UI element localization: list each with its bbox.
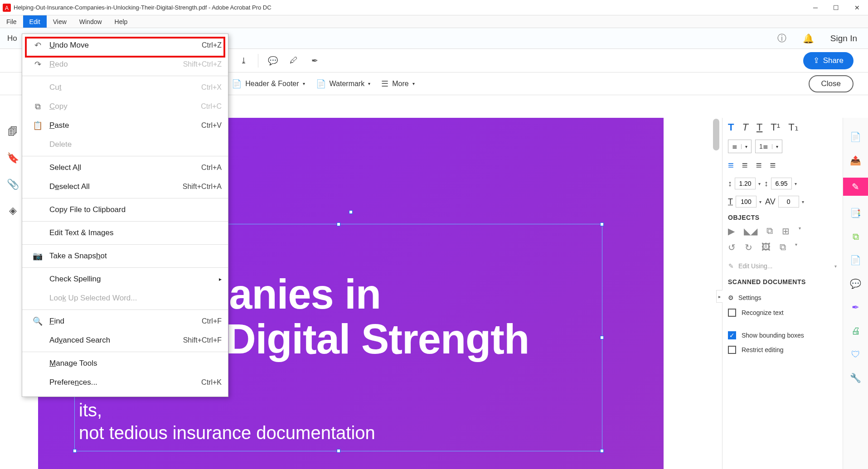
maximize-button[interactable]: ☐ [833,4,839,11]
align-justify-icon[interactable]: ≡ [770,160,776,171]
bookmark-icon[interactable]: 🔖 [7,152,19,164]
copy-icon: ⧉ [31,102,44,111]
snapshot-menu-item[interactable]: 📷Take a Snapshot [22,247,228,266]
send-comments-icon[interactable]: 📄 [849,254,862,266]
advanced-search-menu-item[interactable]: Advanced SearchShift+Ctrl+F [22,331,228,350]
header-footer-button[interactable]: 📄Header & Footer▾ [232,79,305,89]
recognize-text-checkbox[interactable]: Recognize text [728,305,837,320]
selection-handle[interactable] [337,449,340,453]
preferences-menu-item[interactable]: Preferences...Ctrl+K [22,373,228,392]
checkbox-checked-icon: ✓ [728,331,736,339]
selection-handle[interactable] [600,449,604,453]
italic-icon[interactable]: T [742,121,748,133]
organize-icon[interactable]: ⧉ [849,230,862,243]
layers-icon[interactable]: ◈ [9,205,17,217]
edit-pdf-icon[interactable]: ✎ [843,178,868,196]
arrange-icon[interactable]: ⧉ [780,242,786,253]
sign-in-button[interactable]: Sign In [830,34,857,44]
export-pdf-icon[interactable]: 📤 [849,154,862,167]
objects-tool-row-2: ↺ ↻ 🖼 ⧉▾ [728,242,837,253]
align-center-icon[interactable]: ≡ [742,160,748,171]
deselect-all-menu-item[interactable]: Deselect AllShift+Ctrl+A [22,177,228,196]
font-size-field[interactable]: T▾ [728,196,761,208]
combine-icon[interactable]: 📑 [849,207,862,219]
share-button[interactable]: ⇪ Share [803,52,853,69]
bold-icon[interactable]: T [728,121,734,133]
selection-handle[interactable] [600,336,604,339]
comment-tool-icon[interactable]: 💬 [849,277,862,290]
watermark-button[interactable]: 📄Watermark▾ [316,79,371,89]
flip-v-icon[interactable]: ◣◢ [744,226,757,237]
menu-edit[interactable]: Edit [23,15,47,28]
help-icon[interactable]: ⓘ [777,32,786,44]
edit-using-dropdown[interactable]: ✎ Edit Using... ▾ [728,258,837,274]
delete-menu-item: Delete [22,135,228,154]
manage-tools-menu-item[interactable]: Manage Tools [22,354,228,373]
selection-handle[interactable] [337,222,340,226]
menu-help[interactable]: Help [108,15,134,28]
collapse-panel-icon[interactable]: ▸ [716,290,723,303]
comment-icon[interactable]: 💬 [267,54,279,67]
print-icon[interactable]: 🖨 [849,324,862,337]
menu-window[interactable]: Window [73,15,108,28]
line-spacing-field[interactable]: ↕▾ [728,178,761,189]
edit-text-images-menu-item[interactable]: Edit Text & Images [22,223,228,242]
minimize-button[interactable]: ─ [813,4,818,11]
align-right-icon[interactable]: ≡ [756,160,762,171]
align-left-icon[interactable]: ≡ [728,160,734,171]
subscript-icon[interactable]: T₁ [788,121,798,133]
underline-icon[interactable]: T [756,121,762,133]
paragraph-spacing-field[interactable]: ↕▾ [764,178,797,189]
edit-menu-dropdown: ↶ UUndo Movendo Move Ctrl+Z ↷ Redo Shift… [22,34,228,397]
close-edit-button[interactable]: Close [809,75,853,92]
flip-h-icon[interactable]: ▶ [728,226,735,237]
kerning-field[interactable]: AV▾ [765,196,804,208]
sign-icon[interactable]: ✒ [308,54,321,67]
chevron-down-icon: ▾ [834,264,837,269]
highlight-icon[interactable]: 🖊 [287,54,300,67]
undo-icon: ↶ [31,40,44,50]
thumbnails-icon[interactable]: 🗐 [8,126,18,138]
find-menu-item[interactable]: 🔍FindCtrl+F [22,312,228,331]
scan-settings-button[interactable]: ⚙ Settings [728,290,837,305]
number-list-select[interactable]: 1≣▾ [755,140,782,153]
paste-icon: 📋 [31,121,44,131]
objects-heading: OBJECTS [728,214,837,221]
attachments-icon[interactable]: 📎 [7,179,19,190]
protect-icon[interactable]: 🛡 [849,348,862,361]
superscript-icon[interactable]: T¹ [771,121,780,133]
undo-menu-item[interactable]: ↶ UUndo Movendo Move Ctrl+Z [22,36,228,55]
align-tool-icon[interactable]: ⊞ [782,226,790,237]
close-window-button[interactable]: ✕ [854,4,860,11]
replace-image-icon[interactable]: 🖼 [761,242,771,253]
copy-file-clipboard-menu-item[interactable]: Copy File to Clipboard [22,200,228,219]
crop-tool-icon[interactable]: ⧉ [766,226,773,237]
menubar: File Edit View Window Help [0,15,868,28]
format-panel: ▸ T T T T¹ T₁ ≣▾ 1≣▾ ≡ ≡ ≡ ≡ ↕▾ ↕▾ T▾ AV… [722,118,843,469]
select-all-menu-item[interactable]: Select AllCtrl+A [22,158,228,177]
notifications-icon[interactable]: 🔔 [803,33,814,44]
rotate-cw-icon[interactable]: ↻ [745,242,752,253]
bullet-list-select[interactable]: ≣▾ [728,140,752,153]
show-bounding-boxes-checkbox[interactable]: ✓ Show bounding boxes [728,328,837,343]
menu-file[interactable]: File [0,15,23,28]
selection-handle[interactable] [73,449,77,453]
more-tools-icon[interactable]: 🔧 [849,372,862,384]
check-spelling-menu-item[interactable]: Check Spelling▸ [22,270,228,289]
selection-handle[interactable] [600,222,604,226]
menu-view[interactable]: View [47,15,73,28]
rotate-ccw-icon[interactable]: ↺ [728,242,736,253]
create-pdf-icon[interactable]: 📄 [849,131,862,143]
more-button[interactable]: ☰More▾ [381,79,414,89]
watermark-icon: 📄 [316,79,326,89]
home-tab[interactable]: Ho [0,34,24,43]
vertical-scrollbar[interactable] [713,119,719,150]
paste-menu-item[interactable]: 📋PasteCtrl+V [22,116,228,135]
scroll-mode-icon[interactable]: ⤓ [237,54,250,67]
selection-handle[interactable] [349,210,353,214]
search-icon: 🔍 [31,316,44,326]
restrict-editing-checkbox[interactable]: Restrict editing [728,343,837,357]
fill-sign-icon[interactable]: ✒ [849,301,862,314]
checkbox-icon [728,346,736,354]
svg-text:A: A [5,5,9,11]
